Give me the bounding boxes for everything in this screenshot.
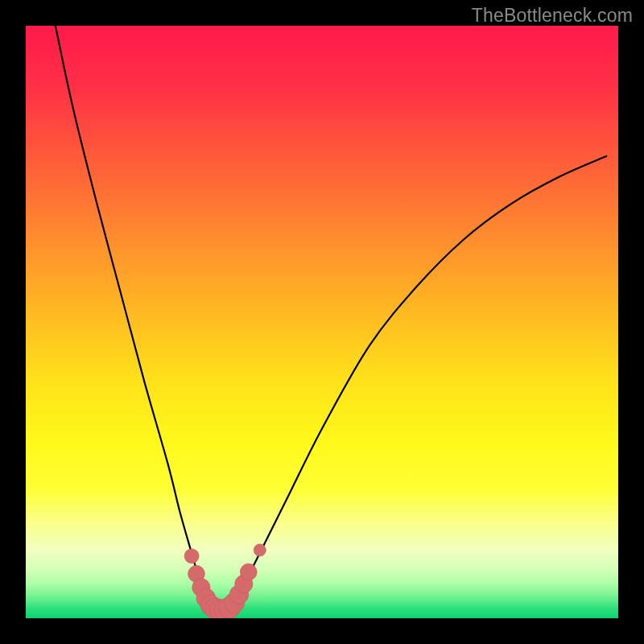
marker-dot bbox=[184, 549, 199, 564]
marker-dot bbox=[254, 544, 266, 556]
chart-plot bbox=[26, 26, 618, 618]
marker-dot bbox=[240, 564, 257, 580]
chart-frame bbox=[26, 26, 618, 618]
highlighted-points bbox=[184, 544, 266, 618]
bottleneck-curve bbox=[56, 26, 606, 610]
watermark-text: TheBottleneck.com bbox=[472, 5, 633, 27]
